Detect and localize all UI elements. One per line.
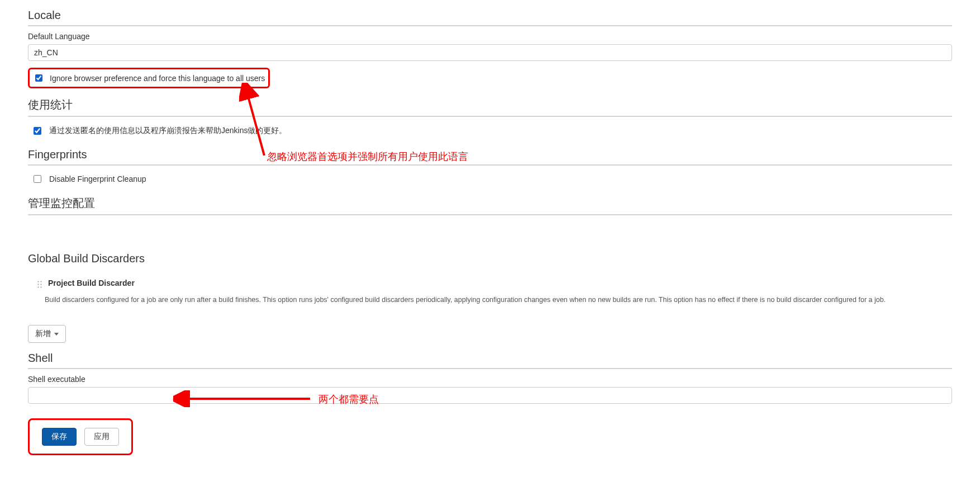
add-discarder-label: 新增 [35, 329, 51, 339]
discarder-item-title: Project Build Discarder [48, 279, 135, 287]
add-discarder-button[interactable]: 新增 [28, 325, 66, 343]
section-title-locale: Locale [28, 9, 952, 26]
checkbox-usage-stats[interactable] [34, 127, 41, 135]
label-shell-executable: Shell executable [28, 375, 952, 384]
section-title-fingerprints: Fingerprints [28, 148, 952, 166]
checkbox-disable-fingerprint-cleanup[interactable] [34, 175, 41, 183]
section-title-discarders: Global Build Discarders [28, 252, 952, 265]
section-title-usage-stats: 使用统计 [28, 97, 952, 117]
save-button[interactable]: 保存 [42, 428, 77, 446]
section-title-shell: Shell [28, 352, 952, 369]
checkbox-label-usage-stats: 通过发送匿名的使用信息以及程序崩溃报告来帮助Jenkins做的更好。 [49, 126, 287, 136]
checkbox-label-ignore-browser: Ignore browser preference and force this… [50, 74, 265, 83]
input-shell-executable[interactable] [28, 387, 952, 404]
input-default-language[interactable] [28, 44, 952, 61]
highlight-footer-buttons: 保存 应用 [28, 418, 133, 455]
apply-button[interactable]: 应用 [84, 428, 119, 446]
section-title-monitoring: 管理监控配置 [28, 196, 952, 215]
label-default-language: Default Language [28, 32, 952, 41]
chevron-down-icon [54, 333, 59, 336]
checkbox-label-fingerprint: Disable Fingerprint Cleanup [49, 174, 146, 183]
highlight-ignore-browser: Ignore browser preference and force this… [28, 68, 270, 88]
checkbox-ignore-browser[interactable] [35, 74, 42, 82]
drag-handle-icon[interactable] [37, 280, 42, 289]
discarder-item-desc: Build discarders configured for a job ar… [34, 296, 946, 304]
